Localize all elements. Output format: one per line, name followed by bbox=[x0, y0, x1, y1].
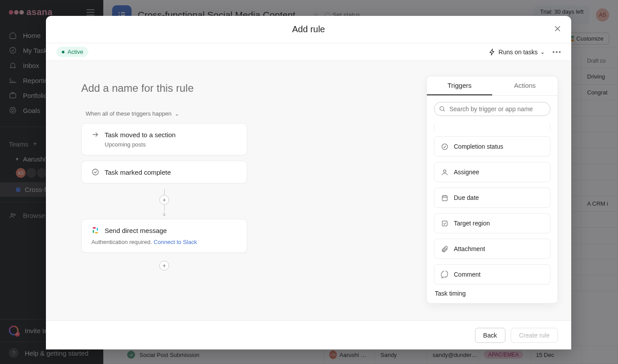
add-step-button[interactable]: + bbox=[159, 261, 169, 270]
svg-rect-17 bbox=[442, 221, 447, 225]
rule-canvas: Add a name for this rule When all of the… bbox=[46, 61, 426, 320]
back-button[interactable]: Back bbox=[475, 328, 505, 343]
tab-actions[interactable]: Actions bbox=[492, 76, 558, 95]
opt-label: Comment bbox=[454, 271, 481, 278]
modal-subheader: Active Runs on tasks ⌄ bbox=[46, 43, 571, 61]
trigger-card-moved[interactable]: Task moved to a section Upcoming posts bbox=[81, 123, 247, 155]
close-icon[interactable] bbox=[553, 24, 562, 34]
trigger-option-partial[interactable] bbox=[434, 122, 550, 131]
svg-point-13 bbox=[440, 107, 444, 111]
opt-label: Assignee bbox=[454, 169, 479, 176]
arrow-right-icon bbox=[91, 131, 99, 139]
chevron-down-icon: ⌄ bbox=[175, 111, 179, 117]
arrow-down-icon bbox=[161, 211, 167, 217]
connector: + bbox=[81, 189, 247, 217]
trigger-option-target-region[interactable]: Target region bbox=[434, 213, 550, 233]
rule-name-input[interactable]: Add a name for this rule bbox=[81, 82, 391, 94]
auth-line: Authentication required. Connect to Slac… bbox=[91, 239, 237, 245]
auth-prefix: Authentication required. bbox=[91, 239, 154, 245]
section-task-timing: Task timing bbox=[435, 290, 550, 297]
slack-icon bbox=[91, 226, 99, 234]
line-icon bbox=[164, 205, 165, 211]
check-circle-icon bbox=[91, 168, 99, 176]
modal-footer: Back Create rule bbox=[46, 320, 571, 349]
create-rule-button[interactable]: Create rule bbox=[511, 328, 558, 343]
action-card-slack[interactable]: Send direct message Authentication requi… bbox=[81, 219, 247, 253]
more-icon[interactable] bbox=[553, 51, 561, 53]
trigger-option-attachment[interactable]: Attachment bbox=[434, 239, 550, 259]
checkbox-icon bbox=[441, 219, 448, 227]
trigger-option-assignee[interactable]: Assignee bbox=[434, 162, 550, 182]
panel-list[interactable]: Completion status Assignee Due date Targ… bbox=[427, 118, 558, 303]
trigger-title: Task moved to a section bbox=[105, 131, 176, 139]
status-chip[interactable]: Active bbox=[57, 47, 88, 57]
panel-tabs: Triggers Actions bbox=[427, 76, 558, 96]
runs-on-selector[interactable]: Runs on tasks ⌄ bbox=[489, 49, 545, 56]
trigger-option-completion[interactable]: Completion status bbox=[434, 136, 550, 157]
tab-triggers[interactable]: Triggers bbox=[427, 76, 492, 95]
trigger-title: Task marked complete bbox=[105, 169, 171, 176]
svg-point-14 bbox=[442, 144, 448, 150]
lightning-icon bbox=[489, 49, 496, 56]
trigger-subtitle: Upcoming posts bbox=[105, 141, 237, 148]
action-title: Send direct message bbox=[105, 227, 167, 234]
trigger-panel: Triggers Actions Completion status bbox=[426, 76, 558, 304]
attachment-icon bbox=[441, 245, 448, 253]
add-rule-modal: Add rule Active Runs on tasks ⌄ Add a na… bbox=[46, 16, 571, 349]
subheader-right: Runs on tasks ⌄ bbox=[489, 49, 561, 56]
opt-label: Completion status bbox=[454, 143, 503, 150]
line-icon bbox=[164, 189, 165, 195]
when-label: When all of these triggers happen bbox=[86, 110, 171, 117]
modal-header: Add rule bbox=[46, 16, 571, 43]
modal-body: Add a name for this rule When all of the… bbox=[46, 61, 571, 320]
opt-label: Target region bbox=[454, 220, 490, 227]
trigger-option-comment[interactable]: Comment bbox=[434, 264, 550, 285]
svg-point-12 bbox=[92, 169, 98, 175]
trigger-card-complete[interactable]: Task marked complete bbox=[81, 161, 247, 184]
when-selector[interactable]: When all of these triggers happen ⌄ bbox=[86, 110, 391, 117]
search-icon bbox=[439, 105, 445, 112]
status-label: Active bbox=[68, 49, 83, 55]
person-icon bbox=[441, 168, 448, 176]
chevron-down-icon: ⌄ bbox=[540, 49, 545, 55]
add-step-button[interactable]: + bbox=[159, 195, 169, 205]
opt-label: Due date bbox=[454, 194, 479, 201]
connector-bottom: + bbox=[81, 258, 247, 270]
calendar-icon bbox=[441, 194, 448, 202]
comment-icon bbox=[441, 270, 448, 278]
trigger-option-due-date[interactable]: Due date bbox=[434, 188, 550, 208]
connect-slack-link[interactable]: Connect to Slack bbox=[154, 239, 197, 245]
search-input[interactable] bbox=[434, 102, 550, 116]
panel-search bbox=[427, 96, 558, 118]
trigger-option-partial[interactable] bbox=[434, 302, 550, 303]
modal-title: Add rule bbox=[292, 24, 325, 34]
runs-on-label: Runs on tasks bbox=[498, 49, 538, 56]
check-circle-icon bbox=[441, 143, 448, 150]
svg-point-15 bbox=[443, 169, 446, 172]
opt-label: Attachment bbox=[454, 245, 485, 252]
svg-rect-16 bbox=[442, 195, 447, 200]
